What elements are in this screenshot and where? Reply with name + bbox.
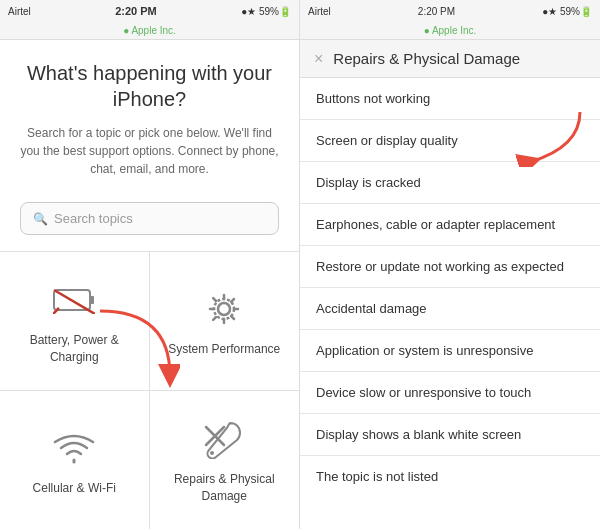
right-header: × Repairs & Physical Damage bbox=[300, 40, 600, 78]
svg-rect-1 bbox=[90, 296, 94, 304]
system-label: System Performance bbox=[168, 341, 280, 358]
category-repairs[interactable]: Repairs & PhysicalDamage bbox=[150, 391, 300, 529]
category-cellular[interactable]: Cellular & Wi-Fi bbox=[0, 391, 150, 529]
battery-icon bbox=[50, 276, 98, 324]
topics-list: Buttons not workingScreen or display qua… bbox=[300, 78, 600, 529]
right-status-icons: ●★ 59%🔋 bbox=[542, 6, 592, 17]
repairs-label: Repairs & PhysicalDamage bbox=[174, 471, 275, 505]
wrench-icon bbox=[200, 415, 248, 463]
left-apple-bar: ● Apple Inc. bbox=[0, 22, 299, 40]
topic-item-restore[interactable]: Restore or update not working as expecte… bbox=[300, 246, 600, 288]
search-icon: 🔍 bbox=[33, 212, 48, 226]
right-carrier: Airtel bbox=[308, 6, 331, 17]
left-apple-label: ● Apple Inc. bbox=[123, 25, 176, 36]
right-apple-bar: ● Apple Inc. bbox=[300, 22, 600, 40]
hero-title: What's happening with your iPhone? bbox=[20, 60, 279, 112]
topic-item-screen-quality[interactable]: Screen or display quality bbox=[300, 120, 600, 162]
hero-section: What's happening with your iPhone? Searc… bbox=[0, 40, 299, 202]
left-panel: Airtel 2:20 PM ●★ 59%🔋 ● Apple Inc. What… bbox=[0, 0, 300, 529]
right-time: 2:20 PM bbox=[418, 6, 455, 17]
category-system[interactable]: System Performance bbox=[150, 252, 300, 391]
left-status-icons: ●★ 59%🔋 bbox=[241, 6, 291, 17]
close-button[interactable]: × bbox=[314, 51, 323, 67]
svg-point-4 bbox=[218, 303, 230, 315]
battery-label: Battery, Power &Charging bbox=[30, 332, 119, 366]
right-header-title: Repairs & Physical Damage bbox=[333, 50, 520, 67]
topic-item-cracked[interactable]: Display is cracked bbox=[300, 162, 600, 204]
topic-item-slow[interactable]: Device slow or unresponsive to touch bbox=[300, 372, 600, 414]
cellular-label: Cellular & Wi-Fi bbox=[33, 480, 116, 497]
topic-item-accidental[interactable]: Accidental damage bbox=[300, 288, 600, 330]
left-time: 2:20 PM bbox=[115, 5, 157, 17]
search-placeholder: Search topics bbox=[54, 211, 133, 226]
right-apple-label: ● Apple Inc. bbox=[424, 25, 477, 36]
wifi-icon bbox=[50, 424, 98, 472]
topic-item-not-listed[interactable]: The topic is not listed bbox=[300, 456, 600, 497]
right-panel: Airtel 2:20 PM ●★ 59%🔋 ● Apple Inc. × Re… bbox=[300, 0, 600, 529]
topic-item-blank[interactable]: Display shows a blank white screen bbox=[300, 414, 600, 456]
gear-icon bbox=[200, 285, 248, 333]
left-status-bar: Airtel 2:20 PM ●★ 59%🔋 bbox=[0, 0, 299, 22]
right-status-bar: Airtel 2:20 PM ●★ 59%🔋 bbox=[300, 0, 600, 22]
svg-point-6 bbox=[210, 451, 214, 455]
category-battery[interactable]: Battery, Power &Charging bbox=[0, 252, 150, 391]
categories-grid: Battery, Power &Charging System Performa… bbox=[0, 251, 299, 529]
search-bar[interactable]: 🔍 Search topics bbox=[20, 202, 279, 235]
left-carrier: Airtel bbox=[8, 6, 31, 17]
hero-subtitle: Search for a topic or pick one below. We… bbox=[20, 124, 279, 178]
topic-item-buttons[interactable]: Buttons not working bbox=[300, 78, 600, 120]
topic-item-earphones[interactable]: Earphones, cable or adapter replacement bbox=[300, 204, 600, 246]
topic-item-unresponsive[interactable]: Application or system is unresponsive bbox=[300, 330, 600, 372]
